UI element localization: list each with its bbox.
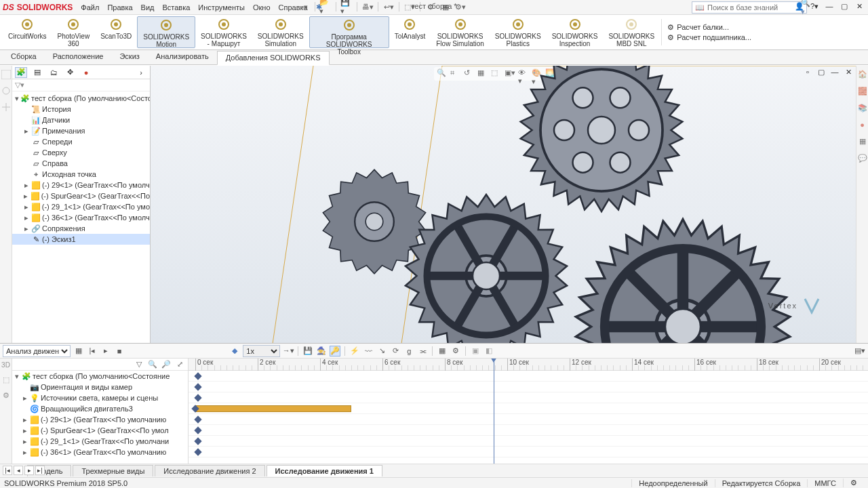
tree-root[interactable]: ▾🧩тест сборка (По умолчанию<Состо — [12, 93, 150, 104]
zoom-out-icon[interactable]: 🔎 — [161, 359, 172, 370]
menu-insert[interactable]: Вставка — [162, 3, 190, 12]
motion-bar[interactable] — [195, 405, 351, 412]
ribbon-solidworks-flow simulation[interactable]: SOLIDWORKSFlow Simulation — [431, 16, 490, 48]
timeline-row[interactable] — [189, 447, 868, 458]
motion-tab[interactable]: Трехмерные виды — [73, 465, 153, 476]
ribbon-solidworks-- маршрут[interactable]: SOLIDWORKS- Маршрут — [195, 16, 252, 48]
play-start-icon[interactable]: |◂ — [87, 346, 98, 357]
motion-tree-node[interactable]: ▸💡Источники света, камеры и сцены — [12, 392, 188, 403]
tree-node[interactable]: ▸📝Примечания — [12, 125, 150, 136]
tree-node[interactable]: ▱Сверху — [12, 147, 150, 158]
study-type-dropdown[interactable]: Анализ движения — [3, 345, 71, 357]
collapse-icon[interactable]: ▣ — [470, 346, 481, 357]
tab-last-icon[interactable]: ▸| — [35, 466, 45, 475]
keyframe-icon[interactable] — [194, 394, 201, 401]
keyframe-icon[interactable] — [194, 426, 201, 434]
stop-icon[interactable]: ■ — [114, 346, 125, 357]
keyframe-icon[interactable] — [194, 448, 201, 455]
calculate-icon[interactable]: ▦ — [73, 346, 84, 357]
autokey-icon[interactable]: 🔑 — [330, 346, 340, 357]
ribbon-photoview-360[interactable]: PhotoView360 — [52, 16, 95, 48]
ribbon-calc-item[interactable]: ⚙Расчет балки... — [667, 23, 751, 32]
property-tab-icon[interactable]: ▤ — [31, 67, 43, 78]
timeline-ruler[interactable]: 0 сек2 сек4 сек6 сек8 сек10 сек12 сек14 … — [189, 359, 868, 371]
ribbon-программа-solidworks toolbox[interactable]: ПрограммаSOLIDWORKS Toolbox — [309, 16, 389, 48]
ribbon-solidworks-mbd snl[interactable]: SOLIDWORKSMBD SNL — [603, 16, 660, 48]
playback-speed-dropdown[interactable]: 1x — [243, 345, 280, 357]
tab-Сборка[interactable]: Сборка — [3, 50, 45, 64]
knowledge-search[interactable]: 📖 🔍▾ — [692, 1, 807, 14]
doc-restore-icon[interactable]: ▫ — [803, 67, 812, 77]
print-icon[interactable]: 🖶▾ — [361, 1, 374, 12]
home-icon[interactable]: 🏠 — [858, 70, 867, 79]
timeline-row[interactable] — [189, 436, 868, 447]
undo-icon[interactable]: ↩▾ — [382, 1, 395, 12]
tree-node[interactable]: ▸🔗Сопряжения — [12, 223, 150, 234]
orientation-icon[interactable]: ⬚ — [491, 68, 502, 79]
keyframe-icon[interactable] — [194, 437, 201, 445]
save-icon[interactable]: 💾▾ — [340, 1, 353, 12]
keyframe-icon[interactable] — [194, 372, 201, 380]
motion-timeline[interactable]: 0 сек2 сек4 сек6 сек8 сек10 сек12 сек14 … — [189, 359, 868, 464]
forum-icon[interactable]: 💬 — [858, 154, 867, 163]
motion-tree-node[interactable]: ▾🧩тест сборка (По умолчанию<Состояние — [12, 371, 188, 382]
tab-first-icon[interactable]: |◂ — [3, 466, 12, 475]
keyframe-icon[interactable] — [194, 415, 201, 423]
user-icon[interactable]: 👤 — [795, 1, 804, 11]
tab-prev-icon[interactable]: ◂ — [14, 466, 23, 475]
timeline-view-icon[interactable]: ▤▾ — [854, 346, 865, 357]
keyframe-icon[interactable] — [194, 383, 201, 390]
close-icon[interactable]: ✕ — [854, 1, 864, 11]
gear-large-right[interactable] — [571, 215, 795, 343]
tree-node[interactable]: ✎(-) Эскиз1 — [12, 234, 150, 245]
tab-next-icon[interactable]: ▸ — [24, 466, 34, 475]
tab-Эскиз[interactable]: Эскиз — [111, 50, 147, 64]
fit-icon[interactable]: ⤢ — [174, 359, 185, 370]
tree-node[interactable]: ▱Спереди — [12, 136, 150, 147]
menu-edit[interactable]: Правка — [107, 3, 132, 12]
open-doc-icon[interactable]: 📂▾ — [319, 1, 332, 12]
help-icon[interactable]: ?▾ — [810, 1, 819, 11]
minimize-icon[interactable]: — — [825, 1, 834, 11]
ribbon-calc-item[interactable]: ⚙Расчет подшипника... — [667, 33, 751, 42]
tab-Добавления SOLIDWORKS[interactable]: Добавления SOLIDWORKS — [217, 51, 330, 65]
library-icon[interactable]: 📚 — [858, 104, 867, 113]
motion-tab[interactable]: Исследование движения 2 — [155, 465, 264, 476]
play-icon[interactable]: ▸ — [100, 346, 111, 357]
doc-max-icon[interactable]: ▢ — [816, 67, 826, 77]
ribbon-tolanalyst-[interactable]: TolAnalyst — [389, 16, 431, 48]
results-icon[interactable]: ▦ — [437, 346, 448, 357]
maximize-icon[interactable]: ▢ — [840, 1, 849, 11]
zoom-in-icon[interactable]: 🔍 — [147, 359, 158, 370]
feature-tree-tab-icon[interactable]: 🧩 — [15, 67, 27, 78]
custom-props-icon[interactable]: ▦ — [859, 137, 866, 146]
anim-wizard-icon[interactable]: 🧙 — [316, 346, 327, 357]
motion-settings-icon[interactable]: ⚙ — [450, 346, 461, 357]
motor-icon[interactable]: ⚡ — [349, 346, 360, 357]
motion-tree-node[interactable]: 📷Ориентация и виды камер — [12, 382, 188, 392]
tree-node[interactable]: ▸🟨(-) SpurGear<1> (GearTrax<<По — [12, 190, 150, 201]
menu-tools[interactable]: Инструменты — [198, 3, 245, 12]
rail-icon[interactable] — [1, 102, 11, 112]
damper-icon[interactable]: ⫘ — [417, 346, 428, 357]
palette-icon[interactable]: ● — [860, 121, 865, 129]
display-tab-icon[interactable]: ✥ — [64, 67, 76, 78]
expand-icon[interactable]: ◧ — [484, 346, 494, 357]
doc-min-icon[interactable]: — — [830, 67, 840, 77]
section-view-icon[interactable]: ▦ — [477, 68, 488, 79]
motion-tree-node[interactable]: ▸🟨(-) SpurGear<1> (GearTrax<<По умол — [12, 425, 188, 436]
menu-window[interactable]: Окно — [253, 3, 271, 12]
tree-node[interactable]: ▸🟨(-) 36<1> (GearTrax<<По умолч — [12, 212, 150, 223]
ribbon-scanto3d-[interactable]: ScanTo3D — [95, 16, 137, 48]
search-input[interactable] — [707, 3, 801, 12]
tree-node[interactable]: ▸🟨(-) 29_1<1> (GearTrax<<По умо — [12, 201, 150, 212]
spring-icon[interactable]: 〰 — [363, 346, 374, 357]
ribbon-circuitworks-[interactable]: CircuitWorks — [3, 16, 52, 48]
motion-tree-node[interactable]: ▸🟨(-) 36<1> (GearTrax<<По умолчанию — [12, 447, 188, 458]
prev-view-icon[interactable]: ↺ — [464, 68, 475, 79]
motion-tree-node[interactable]: ▸🟨(-) 29_1<1> (GearTrax<<По умолчани — [12, 436, 188, 447]
filter-icon[interactable]: ▽ — [134, 359, 144, 370]
new-doc-icon[interactable]: ▫▾ — [298, 1, 311, 12]
motion-tree-node[interactable]: 🌀Вращающийся двигатель3 — [12, 403, 188, 414]
zoom-window-icon[interactable]: ⌗ — [450, 68, 461, 79]
